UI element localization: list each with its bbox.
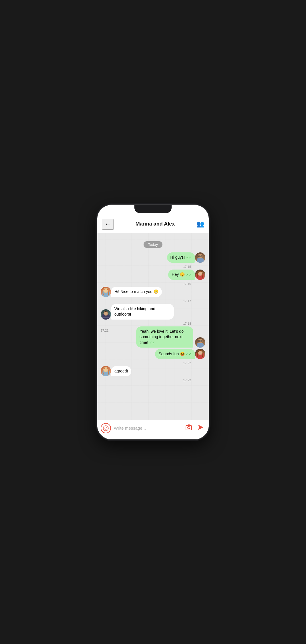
send-button[interactable] (196, 423, 205, 434)
avatar-woman1-2 (195, 349, 205, 359)
message-group: Sounds fun 😝 ✓✓ 17:22 (101, 349, 205, 365)
phone-frame: ← Marina and Alex 👥 Today Hi guys! ✓✓ (97, 205, 209, 439)
camera-button[interactable] (184, 423, 193, 433)
message-group: Hi! Nice to match you 😁 17:17 (101, 287, 205, 303)
date-separator: Today (101, 241, 205, 248)
back-button[interactable]: ← (102, 219, 114, 230)
message-text: Hey 😊 ✓✓ (172, 272, 192, 277)
avatar-woman1 (195, 270, 205, 280)
svg-point-30 (105, 427, 105, 428)
message-group: We also like hiking and outdoors! 17:18 (101, 304, 205, 325)
date-label: Today (144, 241, 163, 248)
svg-rect-14 (102, 317, 110, 318)
message-bubble: Hi guys! ✓✓ (167, 252, 195, 263)
table-row: agreed! (101, 366, 205, 376)
svg-point-8 (198, 272, 202, 275)
message-text: We also like hiking and outdoors! (114, 306, 155, 317)
phone-screen: ← Marina and Alex 👥 Today Hi guys! ✓✓ (97, 205, 209, 439)
emoji-button[interactable] (101, 423, 111, 433)
chat-area: Today Hi guys! ✓✓ (97, 233, 209, 420)
message-group: Hey 😊 ✓✓ 17:16 (101, 270, 205, 286)
message-timestamp: 17:15 (101, 265, 191, 268)
message-group: Hi guys! ✓✓ (101, 252, 205, 268)
svg-rect-13 (102, 316, 110, 316)
message-bubble: Hey 😊 ✓✓ (168, 270, 195, 280)
message-text: Hi! Nice to match you 😁 (114, 289, 158, 294)
table-row: We also like hiking and outdoors! (101, 304, 205, 320)
avatar-woman2 (101, 287, 111, 297)
message-timestamp: 17:18 (101, 322, 191, 325)
message-text-input[interactable] (114, 426, 181, 430)
avatar-man1-2 (195, 337, 205, 348)
svg-point-29 (103, 426, 108, 431)
svg-rect-18 (197, 343, 204, 348)
message-timestamp: 17:17 (115, 299, 191, 303)
chat-title: Marina and Alex (136, 221, 175, 227)
svg-point-16 (104, 312, 108, 315)
avatar-man1 (195, 252, 205, 263)
group-icon[interactable]: 👥 (196, 220, 204, 228)
svg-rect-1 (197, 258, 204, 263)
message-bubble: Hi! Nice to match you 😁 (111, 287, 162, 297)
avatar-woman2-2 (101, 366, 111, 376)
message-text: Sounds fun 😝 ✓✓ (158, 352, 192, 356)
svg-point-33 (188, 426, 190, 429)
message-bubble: agreed! (111, 366, 131, 376)
svg-point-25 (198, 351, 202, 354)
svg-point-28 (104, 368, 108, 372)
message-text: Hi guys! ✓✓ (170, 255, 192, 260)
table-row: Hi! Nice to match you 😁 (101, 287, 205, 297)
message-group: agreed! 17:22 (101, 366, 205, 382)
left-time: 17:21 (101, 329, 109, 332)
chat-header: ← Marina and Alex 👥 (97, 205, 209, 233)
message-group: 17:21 Yeah, we love it. Let's do somethi… (101, 326, 205, 348)
message-bubble: We also like hiking and outdoors! (111, 304, 174, 320)
message-input-bar (97, 420, 209, 439)
svg-point-31 (106, 427, 107, 428)
avatar-man2 (101, 309, 111, 320)
message-bubble: Yeah, we love it. Let's do something tog… (136, 326, 193, 348)
table-row: Sounds fun 😝 ✓✓ (101, 349, 205, 359)
message-text: agreed! (114, 369, 128, 373)
message-text: Yeah, we love it. Let's do something tog… (140, 329, 184, 345)
message-bubble: Sounds fun 😝 ✓✓ (155, 349, 195, 359)
message-timestamp: 17:16 (101, 282, 191, 286)
svg-point-11 (104, 289, 108, 292)
message-timestamp: 17:22 (101, 378, 191, 382)
table-row: Hi guys! ✓✓ (101, 252, 205, 263)
message-timestamp: 17:22 (101, 361, 191, 365)
table-row: Hey 😊 ✓✓ (101, 270, 205, 280)
